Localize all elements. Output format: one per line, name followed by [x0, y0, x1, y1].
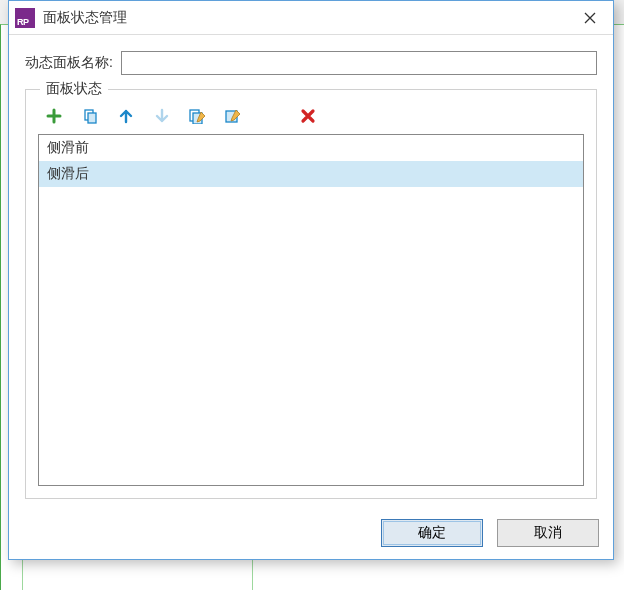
arrow-down-icon — [154, 108, 170, 124]
edit-all-icon — [189, 108, 207, 124]
delete-state-button[interactable] — [298, 106, 318, 126]
states-fieldset: 面板状态 — [25, 89, 597, 499]
close-icon — [584, 12, 596, 24]
arrow-up-icon — [118, 108, 134, 124]
dialog-footer: 确定 取消 — [9, 509, 613, 559]
duplicate-icon — [82, 108, 98, 124]
list-item[interactable]: 侧滑前 — [39, 135, 583, 161]
app-icon: RP — [15, 8, 35, 28]
move-down-button — [152, 106, 172, 126]
ok-button[interactable]: 确定 — [381, 519, 483, 547]
titlebar: RP 面板状态管理 — [9, 1, 613, 35]
duplicate-state-button[interactable] — [80, 106, 100, 126]
list-item[interactable]: 侧滑后 — [39, 161, 583, 187]
move-up-button[interactable] — [116, 106, 136, 126]
states-listbox[interactable]: 侧滑前侧滑后 — [38, 134, 584, 486]
name-row: 动态面板名称: — [25, 51, 597, 75]
background-divider — [22, 560, 23, 590]
close-button[interactable] — [567, 1, 613, 35]
delete-icon — [300, 108, 316, 124]
states-toolbar — [38, 100, 584, 134]
edit-all-states-button[interactable] — [188, 106, 208, 126]
dialog-title: 面板状态管理 — [43, 9, 559, 27]
name-label: 动态面板名称: — [25, 54, 113, 72]
svg-rect-1 — [88, 113, 96, 123]
panel-state-dialog: RP 面板状态管理 动态面板名称: 面板状态 — [8, 0, 614, 560]
background-divider — [252, 560, 253, 590]
add-state-button[interactable] — [44, 106, 64, 126]
cancel-button[interactable]: 取消 — [497, 519, 599, 547]
edit-state-button[interactable] — [224, 106, 244, 126]
panel-name-input[interactable] — [121, 51, 597, 75]
dialog-body: 动态面板名称: 面板状态 — [9, 35, 613, 509]
add-icon — [46, 108, 62, 124]
states-legend: 面板状态 — [40, 80, 108, 98]
edit-icon — [225, 108, 243, 124]
